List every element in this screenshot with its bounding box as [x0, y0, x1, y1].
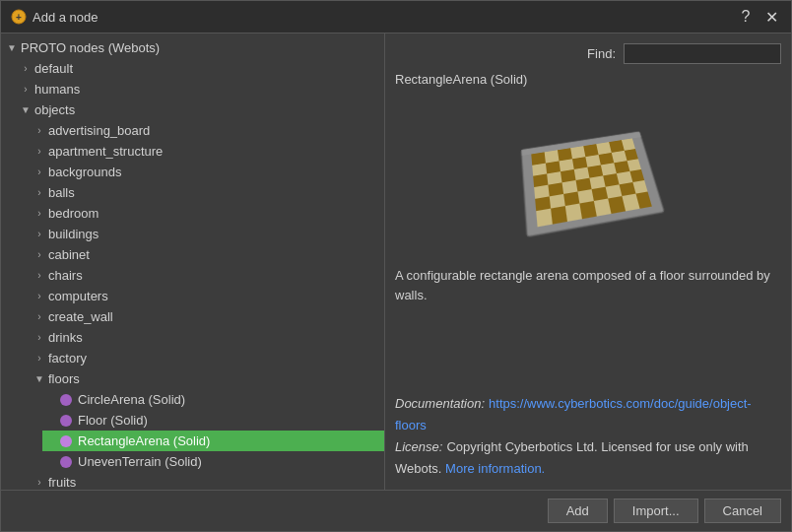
svg-rect-45 — [551, 206, 567, 225]
tree-item-floor[interactable]: Floor (Solid) — [42, 410, 384, 431]
doc-section: Documentation:https://www.cyberbotics.co… — [395, 393, 781, 480]
tree-label-create-wall: create_wall — [46, 309, 113, 324]
floor-icon — [60, 415, 72, 427]
title-bar-left: + Add a node — [11, 9, 99, 25]
tree-item-buildings[interactable]: › buildings — [29, 224, 384, 244]
dialog-title: Add a node — [33, 10, 99, 25]
doc-line: Documentation:https://www.cyberbotics.co… — [395, 393, 781, 436]
tree-item-backgrounds[interactable]: › backgrounds — [29, 162, 384, 182]
tree-label-backgrounds: backgrounds — [46, 165, 121, 179]
tree-label-objects: objects — [33, 102, 75, 117]
toggle-bedroom: › — [33, 208, 46, 219]
tree-item-default[interactable]: › default — [1, 58, 384, 79]
tree-label-balls: balls — [46, 185, 75, 200]
find-label: Find: — [587, 46, 616, 61]
tree-item-fruits[interactable]: › fruits — [29, 472, 384, 490]
toggle-fruits: › — [33, 477, 46, 488]
bottom-bar: Add Import... Cancel — [1, 490, 791, 531]
tree-label-cabinet: cabinet — [46, 247, 90, 262]
find-input[interactable] — [624, 43, 781, 64]
tree-item-bedroom[interactable]: › bedroom — [29, 203, 384, 224]
node-description: A configurable rectangle arena composed … — [395, 266, 781, 377]
svg-rect-46 — [565, 203, 582, 221]
doc-label: Documentation: — [395, 396, 485, 411]
tree-label-chairs: chairs — [46, 268, 83, 283]
tree-scroll[interactable]: ▼ PROTO nodes (Webots) › default › human… — [1, 33, 384, 490]
svg-rect-47 — [579, 200, 596, 218]
tree-item-rectangle-arena[interactable]: RectangleArena (Solid) — [42, 431, 384, 451]
right-panel: Find: RectangleArena (Solid) — [385, 33, 791, 490]
tree-label-advertising-board: advertising_board — [46, 123, 150, 138]
uneven-terrain-icon — [60, 456, 72, 468]
tree-label-circle-arena: CircleArena (Solid) — [76, 392, 185, 407]
preview-area — [395, 97, 781, 254]
toggle-objects: ▼ — [19, 104, 33, 115]
content-area: ▼ PROTO nodes (Webots) › default › human… — [1, 33, 791, 490]
svg-text:+: + — [16, 12, 22, 23]
import-button[interactable]: Import... — [614, 499, 698, 523]
tree-item-objects[interactable]: ▼ objects — [1, 100, 384, 120]
license-line: License:Copyright Cyberbotics Ltd. Licen… — [395, 436, 781, 480]
tree-item-advertising-board[interactable]: › advertising_board — [29, 120, 384, 141]
tree-item-computers[interactable]: › computers — [29, 286, 384, 306]
tree-item-cabinet[interactable]: › cabinet — [29, 244, 384, 265]
toggle-floors: ▼ — [33, 373, 46, 384]
toggle-balls: › — [33, 187, 46, 198]
tree-label-floor: Floor (Solid) — [76, 413, 148, 428]
tree-label-root: PROTO nodes (Webots) — [19, 40, 160, 55]
tree-label-fruits: fruits — [46, 475, 76, 490]
tree-label-floors: floors — [46, 371, 80, 386]
tree-label-bedroom: bedroom — [46, 206, 99, 221]
svg-rect-44 — [536, 208, 553, 227]
tree-item-create-wall[interactable]: › create_wall — [29, 306, 384, 327]
toggle-backgrounds: › — [33, 166, 46, 177]
toggle-create-wall: › — [33, 311, 46, 322]
toggle-computers: › — [33, 291, 46, 301]
chess-board-wrapper — [516, 119, 672, 246]
toggle-advertising-board: › — [33, 125, 46, 136]
toggle-drinks: › — [33, 332, 46, 343]
tree-item-circle-arena[interactable]: CircleArena (Solid) — [42, 389, 384, 410]
more-info-link[interactable]: More information. — [445, 461, 545, 476]
tree-label-factory: factory — [46, 351, 87, 366]
tree-item-chairs[interactable]: › chairs — [29, 265, 384, 286]
tree-item-balls[interactable]: › balls — [29, 182, 384, 203]
tree-label-drinks: drinks — [46, 330, 83, 345]
find-row: Find: — [395, 43, 781, 64]
toggle-humans: › — [19, 84, 33, 95]
toggle-default: › — [19, 63, 33, 74]
left-panel: ▼ PROTO nodes (Webots) › default › human… — [1, 33, 385, 490]
tree-label-buildings: buildings — [46, 227, 99, 241]
add-node-dialog: + Add a node ? ✕ ▼ PROTO nodes (Webots) — [0, 0, 792, 532]
toggle-apartment-structure: › — [33, 146, 46, 157]
floors-children: CircleArena (Solid) Floor (Solid) — [29, 389, 384, 472]
tree-label-computers: computers — [46, 289, 108, 303]
tree-item-humans[interactable]: › humans — [1, 79, 384, 100]
tree-item-drinks[interactable]: › drinks — [29, 327, 384, 348]
tree-label-uneven-terrain: UnevenTerrain (Solid) — [76, 454, 202, 469]
close-button[interactable]: ✕ — [761, 7, 781, 27]
node-title: RectangleArena (Solid) — [395, 72, 781, 87]
dialog-icon: + — [11, 9, 27, 25]
title-bar-controls: ? ✕ — [736, 7, 781, 27]
tree-item-root[interactable]: ▼ PROTO nodes (Webots) — [1, 37, 384, 58]
license-label: License: — [395, 439, 442, 454]
toggle-chairs: › — [33, 270, 46, 281]
tree-label-apartment-structure: apartment_structure — [46, 144, 163, 159]
cancel-button[interactable]: Cancel — [704, 499, 781, 523]
tree-item-factory[interactable]: › factory — [29, 348, 384, 368]
add-button[interactable]: Add — [548, 499, 608, 523]
toggle-buildings: › — [33, 229, 46, 239]
tree-item-apartment-structure[interactable]: › apartment_structure — [29, 141, 384, 162]
circle-arena-icon — [60, 394, 72, 406]
title-bar: + Add a node ? ✕ — [1, 1, 791, 33]
tree-label-default: default — [33, 61, 73, 76]
toggle-root: ▼ — [5, 42, 19, 53]
tree-item-uneven-terrain[interactable]: UnevenTerrain (Solid) — [42, 451, 384, 472]
tree-item-floors[interactable]: ▼ floors — [29, 368, 384, 389]
toggle-factory: › — [33, 353, 46, 364]
help-button[interactable]: ? — [736, 7, 756, 27]
chess-board-svg — [516, 119, 671, 243]
rectangle-arena-icon — [60, 435, 72, 447]
toggle-cabinet: › — [33, 249, 46, 260]
